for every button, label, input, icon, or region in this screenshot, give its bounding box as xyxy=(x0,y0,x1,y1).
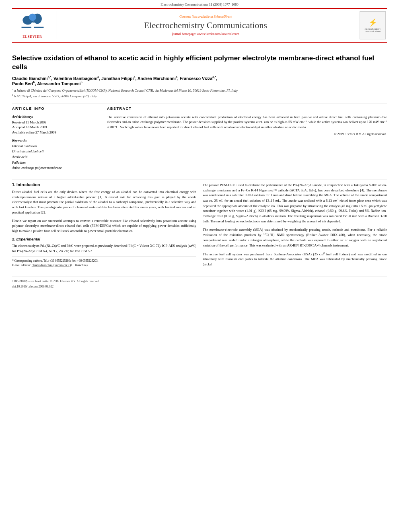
body-divider xyxy=(12,179,387,179)
journal-homepage: journal homepage: www.elsevier.com/locat… xyxy=(172,32,239,36)
contents-prefix: Contents lists available at xyxy=(179,15,214,18)
sciencedirect-line: Contents lists available at ScienceDirec… xyxy=(179,15,232,18)
abstract-text: The selective conversion of ethanol into… xyxy=(107,115,387,130)
corresponding-email: E-mail address: claudio.bianchini@iccom.… xyxy=(12,263,196,268)
footer-issn: 1388-2481/$ – see front matter © 2009 El… xyxy=(12,279,387,284)
journal-top-bar: Electrochemistry Communications 11 (2009… xyxy=(0,0,399,8)
info-abstract-columns: ARTICLE INFO Article history: Received 1… xyxy=(12,107,387,174)
section2-para1: The electrocatalysts Pd–(Ni–Zn)/C and Pd… xyxy=(12,243,196,254)
article-history: Article history: Received 11 March 2009 … xyxy=(12,115,101,135)
elsevier-logo: ELSEVIER xyxy=(19,12,47,39)
header-divider xyxy=(12,103,387,103)
journal-title: Electrochemistry Communications xyxy=(144,20,267,31)
online-date: Available online 27 March 2009 xyxy=(12,130,101,135)
sciencedirect-link-text[interactable]: ScienceDirect xyxy=(214,15,232,18)
section1-heading: 1. Introduction xyxy=(12,183,196,187)
corresponding-note: * Corresponding authors. Tel.: +39 05552… xyxy=(12,257,196,267)
elsevier-text: ELSEVIER xyxy=(19,35,47,39)
affiliation-b: b b ACTA SpA, via di lavoria 56/G, 56040… xyxy=(12,93,387,99)
keyword-3: Acetic acid xyxy=(12,154,101,160)
main-content: Selective oxidation of ethanol to acetic… xyxy=(0,43,399,270)
elsevier-tree-icon xyxy=(19,12,47,34)
keywords-label: Keywords: xyxy=(12,138,101,142)
affiliations: a a Istituto di Chimica dei Composti Org… xyxy=(12,88,387,99)
section1-para1: Direct alcohol fuel cells are the only d… xyxy=(12,189,196,215)
svg-rect-6 xyxy=(31,25,34,28)
body-left-col: 1. Introduction Direct alcohol fuel cell… xyxy=(12,183,196,270)
thumbnail-label: electrochemistrycommunications xyxy=(365,28,381,33)
authors-line: Claudio Bianchinia,*, Valentina Bambagio… xyxy=(12,76,387,86)
article-title: Selective oxidation of ethanol to acetic… xyxy=(12,54,387,72)
svg-point-5 xyxy=(31,23,34,25)
footer-doi: doi:10.1016/j.elecom.2009.03.022 xyxy=(12,285,387,289)
keywords-list: Ethanol oxidation Direct alcohol fuel ce… xyxy=(12,144,101,171)
author-claudio: Claudio Bianchini xyxy=(12,76,48,81)
abstract-col: ABSTRACT The selective conversion of eth… xyxy=(107,107,387,174)
page: Electrochemistry Communications 11 (2009… xyxy=(0,0,399,532)
homepage-url[interactable]: www.elsevier.com/locate/elecom xyxy=(197,32,239,36)
journal-header-center: Contents lists available at ScienceDirec… xyxy=(56,11,355,39)
right-para3: The active fuel cell system was purchase… xyxy=(203,251,387,267)
elsevier-logo-section: ELSEVIER xyxy=(12,11,56,39)
section2-heading: 2. Experimental xyxy=(12,237,196,241)
journal-thumbnail-section: ⚡ electrochemistrycommunications xyxy=(355,11,387,39)
body-right-col: The passive PEM-DEFC used to evaluate th… xyxy=(203,183,387,270)
email-link[interactable]: claudio.bianchini@iccom.cnr.it xyxy=(32,263,70,267)
journal-header: ELSEVIER Contents lists available at Sci… xyxy=(12,8,387,43)
keywords-section: Keywords: Ethanol oxidation Direct alcoh… xyxy=(12,138,101,171)
copyright-line: © 2009 Elsevier B.V. All rights reserved… xyxy=(107,132,387,136)
page-footer: 1388-2481/$ – see front matter © 2009 El… xyxy=(12,277,387,289)
corresponding-text-1: * Corresponding authors. Tel.: +39 05552… xyxy=(12,259,196,263)
journal-thumbnail: ⚡ electrochemistrycommunications xyxy=(360,11,386,39)
keyword-1: Ethanol oxidation xyxy=(12,144,101,149)
abstract-header: ABSTRACT xyxy=(107,107,387,112)
article-info-col: ARTICLE INFO Article history: Received 1… xyxy=(12,107,101,174)
journal-citation: Electrochemistry Communications 11 (2009… xyxy=(160,2,239,6)
keyword-2: Direct alcohol fuel cell xyxy=(12,149,101,154)
body-columns: 1. Introduction Direct alcohol fuel cell… xyxy=(12,183,387,270)
section1-para2: Herein we report on our successful attem… xyxy=(12,218,196,234)
accepted-date: Accepted 18 March 2009 xyxy=(12,125,101,130)
received-date: Received 11 March 2009 xyxy=(12,120,101,125)
keyword-4: Palladium xyxy=(12,160,101,166)
right-para1: The passive PEM-DEFC used to evaluate th… xyxy=(203,183,387,224)
affiliation-a: a a Istituto di Chimica dei Composti Org… xyxy=(12,88,387,93)
right-para2: The membrane-electrode assembly (MEA) wa… xyxy=(203,227,387,248)
keyword-5: Anion-exchange polymer membrane xyxy=(12,165,101,171)
history-label: Article history: xyxy=(12,115,101,119)
article-info-header: ARTICLE INFO xyxy=(12,107,101,112)
thumbnail-icon: ⚡ xyxy=(368,18,377,27)
svg-point-4 xyxy=(29,14,36,21)
